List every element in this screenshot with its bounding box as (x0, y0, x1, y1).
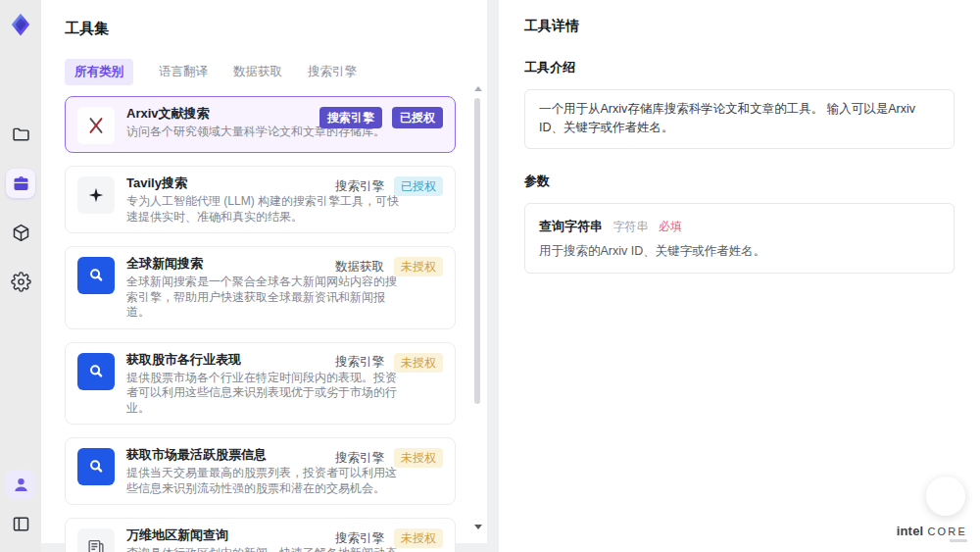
param-name: 查询字符串 (539, 219, 603, 233)
search-app-icon (77, 257, 115, 294)
list-scrollbar[interactable] (472, 86, 482, 533)
tool-card-arxiv[interactable]: Arxiv文献搜索 访问各个研究领域大量科学论文和文章的存储库。 搜索引擎 已授… (65, 96, 456, 153)
tab-all-categories[interactable]: 所有类别 (65, 59, 133, 85)
app-window: 工具集 所有类别 语言翻译 数据获取 搜索引擎 Arxiv文献搜索 访问各个研究… (0, 0, 980, 552)
param-type: 字符串 (612, 220, 648, 233)
scroll-down-icon[interactable] (474, 525, 482, 529)
category-badge: 搜索引擎 (319, 107, 382, 128)
sidebar-item-files[interactable] (6, 120, 35, 149)
category-label: 数据获取 (335, 259, 384, 276)
auth-status-badge: 未授权 (394, 528, 443, 548)
icon-rail (0, 0, 41, 552)
sidebar-item-chat[interactable] (6, 71, 35, 100)
tool-detail-panel: 工具详情 工具介绍 一个用于从Arxiv存储库搜索科学论文和文章的工具。 输入可… (499, 0, 980, 552)
tab-translation[interactable]: 语言翻译 (159, 59, 208, 85)
search-app-icon (77, 448, 115, 485)
category-label: 搜索引擎 (335, 530, 384, 547)
tool-card-global-news[interactable]: 全球新闻搜索 全球新闻搜索是一个聚合全球各大新闻网站内容的搜索引擎，帮助用户快速… (65, 246, 456, 329)
category-label: 搜索引擎 (335, 178, 384, 195)
sidebar-item-settings[interactable] (6, 267, 35, 296)
auth-status-badge: 已授权 (392, 107, 443, 128)
brand-core: CORE (927, 526, 967, 537)
tool-card-regional-news[interactable]: 万维地区新闻查询 查询具体行政区划内的新闻，快速了解各地新闻动态 搜索引擎 未授… (65, 518, 456, 552)
auth-status-badge: 已授权 (394, 176, 443, 196)
sparkle-icon (77, 176, 115, 214)
tool-card-sector-performance[interactable]: 获取股市各行业表现 提供股票市场各个行业在特定时间段内的表现。投资者可以利用这些… (65, 342, 456, 426)
tool-intro-text: 一个用于从Arxiv存储库搜索科学论文和文章的工具。 输入可以是Arxiv ID… (524, 89, 955, 149)
scrollbar-thumb[interactable] (474, 98, 480, 404)
sidebar-item-user[interactable] (6, 470, 35, 499)
newspaper-icon (77, 528, 115, 552)
auth-status-badge: 未授权 (394, 353, 443, 373)
page-title: 工具集 (65, 20, 466, 38)
tool-card-most-active-stocks[interactable]: 获取市场最活跃股票信息 提供当天交易量最高的股票列表，投资者可以利用这些信息来识… (65, 437, 456, 505)
arxiv-logo-icon (77, 107, 115, 144)
toolset-panel: 工具集 所有类别 语言翻译 数据获取 搜索引擎 Arxiv文献搜索 访问各个研究… (41, 0, 487, 543)
intro-heading: 工具介绍 (524, 59, 955, 76)
tool-description: 提供股票市场各个行业在特定时间段内的表现。投资者可以利用这些信息来识别表现优于或… (126, 371, 399, 417)
auth-status-badge: 未授权 (394, 257, 443, 276)
param-item: 查询字符串 字符串 必填 用于搜索的Arxiv ID、关键字或作者姓名。 (524, 203, 955, 274)
sidebar-item-panel-toggle[interactable] (6, 509, 35, 538)
auth-status-badge: 未授权 (394, 448, 443, 468)
category-tabs: 所有类别 语言翻译 数据获取 搜索引擎 (65, 59, 466, 85)
tool-card-tavily[interactable]: Tavily搜索 专为人工智能代理 (LLM) 构建的搜索引擎工具，可快速提供实… (65, 166, 456, 233)
tool-description: 全球新闻搜索是一个聚合全球各大新闻网站内容的搜索引擎，帮助用户快速获取全球最新资… (126, 275, 399, 321)
detail-title: 工具详情 (524, 18, 955, 35)
params-heading: 参数 (524, 173, 955, 190)
brand-intel: intel (897, 524, 924, 538)
app-logo-icon (6, 10, 35, 39)
search-app-icon (77, 353, 115, 390)
sidebar-item-toolbox[interactable] (6, 169, 35, 198)
sidebar-item-packages[interactable] (6, 218, 35, 247)
tab-search-engine[interactable]: 搜索引擎 (308, 59, 357, 85)
tab-data-fetch[interactable]: 数据获取 (233, 59, 282, 85)
scroll-up-icon[interactable] (474, 86, 482, 91)
param-required-flag: 必填 (659, 220, 682, 233)
tool-description: 提供当天交易量最高的股票列表，投资者可以利用这些信息来识别流动性强的股票和潜在的… (126, 466, 399, 496)
tool-card-list: Arxiv文献搜索 访问各个研究领域大量科学论文和文章的存储库。 搜索引擎 已授… (65, 96, 466, 552)
intel-core-logo: intel CORE (897, 524, 967, 538)
param-description: 用于搜索的Arxiv ID、关键字或作者姓名。 (539, 243, 940, 260)
tool-description: 专为人工智能代理 (LLM) 构建的搜索引擎工具，可快速提供实时、准确和真实的结… (126, 194, 399, 225)
category-label: 搜索引擎 (335, 450, 384, 467)
param-header: 查询字符串 字符串 必填 (539, 217, 940, 235)
download-button[interactable] (926, 477, 965, 516)
category-label: 搜索引擎 (335, 354, 384, 371)
